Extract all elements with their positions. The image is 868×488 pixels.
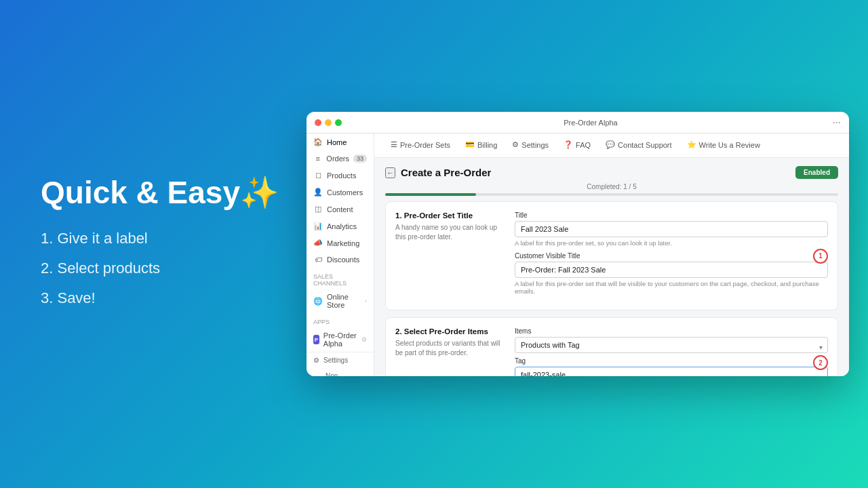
sidebar-item-content-label: Content <box>327 205 353 214</box>
section-pre-order-title: 1. Pre-Order Set Title A handy name so y… <box>385 201 838 310</box>
app-body: 🏠 Home ≡ Orders 33 ◻ Products 👤 Customer… <box>307 134 849 376</box>
sidebar-item-online-store-label: Online Store <box>327 293 361 309</box>
discounts-icon: 🏷 <box>313 256 323 264</box>
title-field-input[interactable] <box>515 221 828 237</box>
tab-billing[interactable]: 💳 Billing <box>458 134 504 157</box>
sidebar-item-analytics[interactable]: 📊 Analytics <box>307 218 374 235</box>
title-bar: Pre-Order Alpha ⋯ <box>307 112 849 134</box>
sidebar-item-preorder-alpha-label: Pre-Order Alpha <box>323 331 357 348</box>
sidebar-bottom: ⚙ Settings 🔒 Non-transferable <box>307 352 374 376</box>
maximize-dot[interactable] <box>335 119 342 126</box>
section1-right: Title A label for this pre-order set, so… <box>515 211 828 300</box>
enabled-badge: Enabled <box>795 166 838 179</box>
sidebar-item-products[interactable]: ◻ Products <box>307 167 374 184</box>
settings-label: Settings <box>323 357 348 364</box>
steps-list: 1. Give it a label 2. Select products 3.… <box>41 223 279 312</box>
tag-label: Tag <box>515 357 828 365</box>
sidebar-item-marketing[interactable]: 📣 Marketing <box>307 235 374 251</box>
window-controls <box>315 119 342 126</box>
online-store-icon: 🌐 <box>313 297 323 306</box>
marketing-icon: 📣 <box>313 239 323 247</box>
section1-desc: A handy name so you can look up this pre… <box>395 223 504 242</box>
back-button[interactable]: ← <box>385 167 395 178</box>
sidebar-item-analytics-label: Analytics <box>327 222 357 230</box>
orders-icon: ≡ <box>313 155 322 163</box>
step-2: 2. Select products <box>41 253 279 283</box>
minimize-dot[interactable] <box>325 119 332 126</box>
non-transferable-label: Non-transferable <box>326 372 367 376</box>
tab-review-label: Write Us a Review <box>699 141 760 149</box>
tab-settings[interactable]: ⚙ Settings <box>505 134 555 157</box>
tab-billing-label: Billing <box>477 141 497 149</box>
sidebar-item-content[interactable]: ◫ Content <box>307 201 374 218</box>
tab-settings-label: Settings <box>521 141 549 149</box>
left-panel: Quick & Easy✨ 1. Give it a label 2. Sele… <box>41 176 279 313</box>
sidebar-item-customers-label: Customers <box>327 188 363 197</box>
pre-order-sets-icon: ☰ <box>391 140 397 149</box>
tab-pre-order-sets[interactable]: ☰ Pre-Order Sets <box>384 134 457 157</box>
contact-icon: 💬 <box>606 140 615 149</box>
items-select[interactable]: Products with Tag All Products Specific … <box>515 337 828 353</box>
sidebar-item-preorder-alpha[interactable]: P Pre-Order Alpha ⚙ <box>307 327 374 352</box>
section2-title: 2. Select Pre-Order Items <box>395 327 504 336</box>
settings-icon: ⚙ <box>313 357 319 364</box>
sidebar-item-discounts[interactable]: 🏷 Discounts <box>307 251 374 268</box>
sidebar-item-customers[interactable]: 👤 Customers <box>307 184 374 201</box>
main-content: ☰ Pre-Order Sets 💳 Billing ⚙ Settings ❓ … <box>374 134 849 376</box>
content-icon: ◫ <box>313 205 323 214</box>
sidebar-settings[interactable]: ⚙ Settings <box>307 352 374 368</box>
app-window: Pre-Order Alpha ⋯ 🏠 Home ≡ Orders 33 ◻ P… <box>307 112 849 376</box>
section-pre-order-items: 2. Select Pre-Order Items Select product… <box>385 317 838 376</box>
sidebar-item-products-label: Products <box>327 171 356 180</box>
customer-title-input[interactable] <box>515 262 828 278</box>
settings-gear-icon: ⚙ <box>512 140 519 149</box>
faq-icon: ❓ <box>564 140 573 149</box>
sidebar-item-home[interactable]: 🏠 Home <box>307 134 374 150</box>
content-area: ← Create a Pre-Order Enabled Completed: … <box>374 158 849 376</box>
analytics-icon: 📊 <box>313 222 323 230</box>
section1-title: 1. Pre-Order Set Title <box>395 211 504 220</box>
section1-left: 1. Pre-Order Set Title A handy name so y… <box>395 211 504 300</box>
online-store-arrow: › <box>365 298 367 304</box>
products-icon: ◻ <box>313 171 323 180</box>
tag-input[interactable] <box>515 367 828 376</box>
tab-contact-support[interactable]: 💬 Contact Support <box>599 134 679 157</box>
sidebar-item-orders-label: Orders <box>326 155 349 163</box>
page-header: ← Create a Pre-Order Enabled <box>385 166 838 179</box>
tab-faq[interactable]: ❓ FAQ <box>557 134 597 157</box>
title-field-label: Title <box>515 211 828 219</box>
customer-title-label: Customer Visible Title <box>515 252 828 260</box>
progress-bar-track <box>385 193 838 196</box>
tab-review[interactable]: ⭐ Write Us a Review <box>680 134 767 157</box>
star-icon: ⭐ <box>687 140 696 149</box>
step-circle-2: 2 <box>813 355 828 370</box>
window-title: Pre-Order Alpha <box>349 119 833 127</box>
step-circle-1: 1 <box>813 249 828 264</box>
sidebar-non-transferable[interactable]: 🔒 Non-transferable <box>307 368 374 376</box>
progress-section: Completed: 1 / 5 <box>385 183 838 196</box>
progress-bar-fill <box>385 193 476 196</box>
window-icons: ⋯ <box>833 118 841 127</box>
tab-contact-label: Contact Support <box>618 141 672 149</box>
customer-title-hint: A label for this pre-order set that will… <box>515 280 828 295</box>
step-1: 1. Give it a label <box>41 223 279 253</box>
title-field-hint: A label for this pre-order set, so you c… <box>515 239 828 247</box>
page-title: Create a Pre-Order <box>401 167 491 178</box>
close-dot[interactable] <box>315 119 321 126</box>
sidebar-item-online-store[interactable]: 🌐 Online Store › <box>307 289 374 313</box>
section2-desc: Select products or variants that will be… <box>395 339 504 358</box>
orders-badge: 33 <box>353 155 367 163</box>
tab-faq-label: FAQ <box>576 141 591 149</box>
billing-icon: 💳 <box>465 140 475 149</box>
sidebar-item-marketing-label: Marketing <box>327 239 359 247</box>
apps-label: Apps <box>307 313 374 327</box>
sidebar-item-orders[interactable]: ≡ Orders 33 <box>307 150 374 167</box>
preorder-alpha-settings[interactable]: ⚙ <box>361 336 367 343</box>
home-icon: 🏠 <box>313 138 323 146</box>
top-nav: ☰ Pre-Order Sets 💳 Billing ⚙ Settings ❓ … <box>374 134 849 158</box>
section2-left: 2. Select Pre-Order Items Select product… <box>395 327 504 376</box>
customers-icon: 👤 <box>313 188 323 197</box>
progress-label: Completed: 1 / 5 <box>385 183 838 190</box>
tab-pre-order-sets-label: Pre-Order Sets <box>400 141 450 149</box>
preorder-alpha-icon: P <box>313 335 319 344</box>
